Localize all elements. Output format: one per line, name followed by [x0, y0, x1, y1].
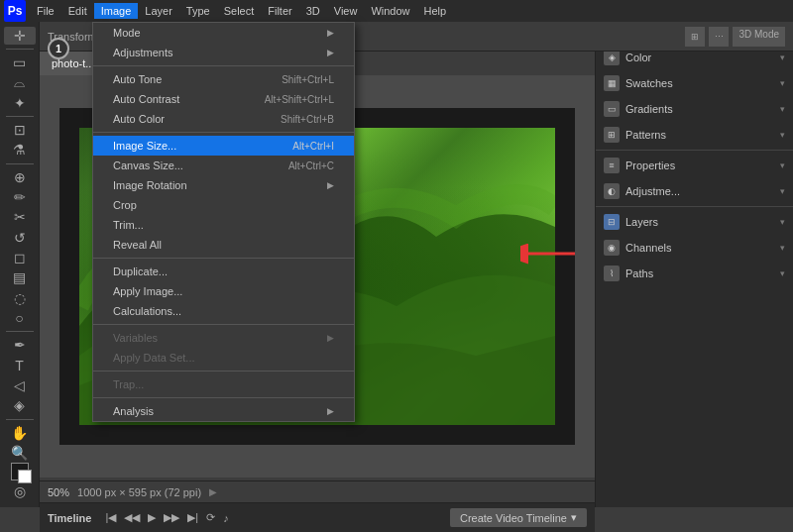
options-3d-mode[interactable]: 3D Mode: [733, 27, 785, 47]
menu-item-trim[interactable]: Trim...: [93, 215, 354, 235]
panel-properties[interactable]: ≡ Properties ▾: [596, 153, 793, 178]
menu-window[interactable]: Window: [364, 3, 416, 19]
menu-select[interactable]: Select: [217, 3, 262, 19]
separator-5: [93, 371, 354, 372]
panel-patterns[interactable]: ⊞ Patterns ▾: [596, 122, 793, 148]
menu-item-image-rotation-arrow: ▶: [327, 180, 334, 190]
menu-item-mode-label: Mode: [113, 27, 141, 39]
paths-expand: ▾: [780, 268, 785, 278]
menu-item-adjustments-arrow: ▶: [327, 48, 334, 57]
divider-2: [6, 116, 34, 117]
tool-marquee[interactable]: ▭: [4, 53, 36, 71]
status-expand-arrow[interactable]: ▶: [209, 486, 217, 497]
tool-dodge[interactable]: ○: [4, 309, 36, 327]
panel-gradients[interactable]: ▭ Gradients ▾: [596, 96, 793, 122]
tool-gradient[interactable]: ▤: [4, 268, 36, 286]
menu-item-adjustments[interactable]: Adjustments ▶: [93, 43, 354, 62]
tl-next-btn[interactable]: ▶▶: [162, 509, 181, 526]
menu-item-crop[interactable]: Crop: [93, 195, 354, 215]
timeline-controls: |◀ ◀◀ ▶ ▶▶ ▶| ⟳ ♪: [103, 509, 230, 526]
tool-spot-heal[interactable]: ⊕: [4, 167, 36, 185]
separator-6: [93, 397, 354, 398]
options-icon-2[interactable]: ⋯: [709, 27, 729, 47]
separator-2: [93, 132, 354, 133]
properties-icon: ≡: [604, 158, 620, 173]
tl-prev-btn[interactable]: ◀◀: [122, 509, 142, 526]
panel-content: ◈ Color ▾ ▦ Swatches ▾ ▭ Gradients ▾ ⊞ P…: [596, 45, 793, 507]
tool-history[interactable]: ↺: [4, 228, 36, 246]
menu-type[interactable]: Type: [179, 3, 217, 19]
menu-item-analysis[interactable]: Analysis ▶: [93, 401, 354, 421]
menu-filter[interactable]: Filter: [261, 3, 298, 19]
left-toolbar: ✛ ▭ ⌓ ✦ ⊡ ⚗ ⊕ ✏ ✂ ↺ ◻ ▤ ◌ ○ ✒ T ◁ ◈ ✋ 🔍 …: [0, 22, 40, 507]
panel-swatches[interactable]: ▦ Swatches ▾: [596, 70, 793, 96]
divider-5: [6, 419, 34, 420]
tl-start-btn[interactable]: |◀: [103, 509, 118, 526]
menu-item-auto-color[interactable]: Auto Color Shift+Ctrl+B: [93, 109, 354, 129]
menu-item-image-size-label: Image Size...: [113, 140, 176, 152]
tl-end-btn[interactable]: ▶|: [185, 509, 200, 526]
panel-layers[interactable]: ⊟ Layers ▾: [596, 209, 793, 235]
panel-paths[interactable]: ⌇ Paths ▾: [596, 261, 793, 286]
menu-image[interactable]: Image: [94, 3, 139, 19]
menu-3d[interactable]: 3D: [299, 3, 327, 19]
menu-item-analysis-label: Analysis: [113, 405, 154, 417]
menu-item-canvas-size[interactable]: Canvas Size... Alt+Ctrl+C: [93, 156, 354, 175]
separator-4: [93, 324, 354, 325]
menu-bar: Ps File Edit Image Layer Type Select Fil…: [0, 0, 793, 22]
menu-item-auto-tone-shortcut: Shift+Ctrl+L: [282, 74, 334, 85]
tool-eraser[interactable]: ◻: [4, 249, 36, 266]
menu-item-auto-contrast-shortcut: Alt+Shift+Ctrl+L: [265, 94, 334, 105]
tool-pen[interactable]: ✒: [4, 336, 36, 354]
tool-crop[interactable]: ⊡: [4, 121, 36, 139]
panel-adjustments[interactable]: ◐ Adjustme... ▾: [596, 178, 793, 204]
menu-edit[interactable]: Edit: [61, 3, 94, 19]
swatches-icon: ▦: [604, 75, 620, 91]
tool-eyedropper[interactable]: ⚗: [4, 141, 36, 159]
tool-magic-wand[interactable]: ✦: [4, 94, 36, 112]
menu-item-adjustments-label: Adjustments: [113, 47, 173, 58]
menu-item-calculations[interactable]: Calculations...: [93, 301, 354, 321]
menu-item-apply-image[interactable]: Apply Image...: [93, 281, 354, 301]
create-video-timeline-button[interactable]: Create Video Timeline ▾: [450, 508, 587, 527]
panel-channels[interactable]: ◉ Channels ▾: [596, 235, 793, 261]
adjustments-expand: ▾: [780, 186, 785, 196]
menu-file[interactable]: File: [30, 3, 61, 19]
menu-item-auto-color-label: Auto Color: [113, 113, 165, 125]
tool-lasso[interactable]: ⌓: [4, 73, 36, 91]
channels-icon: ◉: [604, 240, 620, 256]
menu-item-auto-contrast[interactable]: Auto Contrast Alt+Shift+Ctrl+L: [93, 89, 354, 109]
divider-4: [6, 331, 34, 332]
tool-blur[interactable]: ◌: [4, 289, 36, 307]
menu-view[interactable]: View: [327, 3, 365, 19]
separator-3: [93, 258, 354, 259]
tool-clone[interactable]: ✂: [4, 208, 36, 226]
foreground-color[interactable]: [11, 463, 29, 480]
menu-item-apply-data-set-label: Apply Data Set...: [113, 352, 195, 364]
menu-item-image-size[interactable]: Image Size... Alt+Ctrl+I: [93, 136, 354, 156]
options-icon-1[interactable]: ⊞: [685, 27, 705, 47]
tool-path[interactable]: ◁: [4, 376, 36, 394]
tl-play-btn[interactable]: ▶: [146, 509, 158, 526]
menu-item-image-rotation[interactable]: Image Rotation ▶: [93, 175, 354, 195]
menu-layer[interactable]: Layer: [138, 3, 179, 19]
menu-item-auto-tone[interactable]: Auto Tone Shift+Ctrl+L: [93, 69, 354, 89]
tool-zoom[interactable]: 🔍: [4, 444, 36, 462]
background-color[interactable]: [18, 470, 32, 483]
tl-loop-btn[interactable]: ⟳: [204, 509, 217, 526]
menu-help[interactable]: Help: [417, 3, 454, 19]
tool-shape[interactable]: ◈: [4, 396, 36, 414]
channels-label: Channels: [625, 242, 671, 254]
menu-item-image-size-shortcut: Alt+Ctrl+I: [292, 141, 334, 152]
menu-item-duplicate[interactable]: Duplicate...: [93, 262, 354, 281]
tool-text[interactable]: T: [4, 356, 36, 373]
tool-brush[interactable]: ✏: [4, 188, 36, 206]
tl-audio-btn[interactable]: ♪: [221, 510, 231, 526]
tool-hand[interactable]: ✋: [4, 423, 36, 441]
tool-move[interactable]: ✛: [4, 27, 36, 45]
quick-mask-icon[interactable]: ◎: [14, 483, 26, 499]
status-bar: 50% 1000 px × 595 px (72 ppi) ▶: [40, 480, 595, 502]
menu-item-mode[interactable]: Mode ▶: [93, 23, 354, 43]
menu-item-reveal-all[interactable]: Reveal All: [93, 235, 354, 255]
ps-logo[interactable]: Ps: [4, 0, 26, 22]
